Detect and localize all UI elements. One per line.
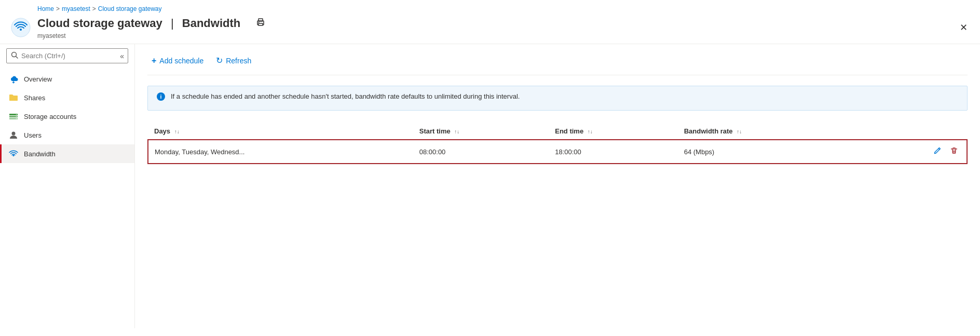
header-actions: ✕ <box>958 20 970 35</box>
title-divider: | <box>168 17 177 30</box>
col-days[interactable]: Days ↑↓ <box>148 123 413 140</box>
sidebar-collapse-button[interactable]: « <box>116 51 128 61</box>
row-actions <box>865 145 961 158</box>
cell-end-time: 18:00:00 <box>549 140 677 164</box>
table-header: Days ↑↓ Start time ↑↓ End time ↑↓ Bandwi… <box>148 123 967 140</box>
storage-icon <box>8 111 19 122</box>
wifi-icon <box>8 149 19 159</box>
breadcrumb-resource[interactable]: myasetest <box>62 5 90 12</box>
breadcrumb-home[interactable]: Home <box>37 5 54 12</box>
refresh-button[interactable]: ↻ Refresh <box>212 52 255 69</box>
breadcrumb-sep1: > <box>56 5 60 12</box>
sidebar-item-users-label: Users <box>24 131 42 139</box>
add-schedule-button[interactable]: + Add schedule <box>147 53 208 69</box>
cloud-icon <box>8 74 19 84</box>
breadcrumb-page[interactable]: Cloud storage gateway <box>98 5 162 12</box>
svg-point-10 <box>16 114 17 115</box>
sidebar-item-users[interactable]: Users <box>0 126 134 144</box>
svg-point-13 <box>12 132 16 136</box>
svg-point-4 <box>258 22 260 23</box>
col-start-time[interactable]: Start time ↑↓ <box>413 123 549 140</box>
close-button[interactable]: ✕ <box>958 20 970 35</box>
sort-icon-start-time: ↑↓ <box>454 129 459 135</box>
sort-icon-days: ↑↓ <box>174 129 180 135</box>
cell-days: Monday, Tuesday, Wednesd... <box>148 140 413 164</box>
sidebar: « Overview Shares <box>0 44 135 328</box>
refresh-icon: ↻ <box>216 56 223 65</box>
svg-line-6 <box>16 57 18 59</box>
svg-point-11 <box>16 116 17 117</box>
svg-rect-3 <box>258 23 263 25</box>
edit-icon <box>933 147 942 156</box>
sidebar-item-bandwidth[interactable]: Bandwidth <box>0 144 134 163</box>
folder-icon <box>8 92 19 103</box>
resource-subtitle: myasetest <box>37 32 267 39</box>
sidebar-item-shares-label: Shares <box>24 94 45 102</box>
app-logo-icon <box>10 17 31 38</box>
content-area: + Add schedule ↻ Refresh i If a schedule… <box>135 44 980 328</box>
table-body: Monday, Tuesday, Wednesd... 08:00:00 18:… <box>148 140 967 164</box>
col-end-time[interactable]: End time ↑↓ <box>549 123 677 140</box>
add-schedule-label: Add schedule <box>159 57 203 65</box>
sidebar-item-overview[interactable]: Overview <box>0 70 134 88</box>
person-icon <box>8 130 19 140</box>
sidebar-item-shares[interactable]: Shares <box>0 88 134 107</box>
info-banner-text: If a schedule has ended and another sche… <box>171 92 520 100</box>
add-icon: + <box>152 56 156 65</box>
page-header: Home > myasetest > Cloud storage gateway… <box>0 0 980 44</box>
sort-icon-end-time: ↑↓ <box>588 129 593 135</box>
delete-button[interactable] <box>948 145 960 158</box>
svg-rect-2 <box>258 19 263 21</box>
search-icon <box>11 51 18 60</box>
sidebar-item-overview-label: Overview <box>24 75 52 83</box>
logo-area: Cloud storage gateway | Bandwidth myaset… <box>10 16 267 39</box>
breadcrumb: Home > myasetest > Cloud storage gateway <box>37 5 161 12</box>
breadcrumb-sep2: > <box>92 5 96 12</box>
search-input[interactable] <box>21 52 124 60</box>
edit-button[interactable] <box>931 145 944 158</box>
page-title: Cloud storage gateway | Bandwidth <box>37 16 267 31</box>
sort-icon-bandwidth-rate: ↑↓ <box>737 129 742 135</box>
title-area: Cloud storage gateway | Bandwidth myaset… <box>37 16 267 39</box>
search-bar-container: « <box>6 48 128 63</box>
col-actions <box>859 123 968 140</box>
sidebar-item-storage-accounts-label: Storage accounts <box>24 113 76 120</box>
bandwidth-table: Days ↑↓ Start time ↑↓ End time ↑↓ Bandwi… <box>147 123 968 164</box>
cell-row-actions <box>859 140 968 164</box>
table-row: Monday, Tuesday, Wednesd... 08:00:00 18:… <box>148 140 967 164</box>
sidebar-item-bandwidth-label: Bandwidth <box>24 150 56 158</box>
main-layout: « Overview Shares <box>0 44 980 328</box>
cell-start-time: 08:00:00 <box>413 140 549 164</box>
print-button[interactable] <box>254 16 267 31</box>
sidebar-item-storage-accounts[interactable]: Storage accounts <box>0 107 134 126</box>
svg-point-0 <box>11 18 30 37</box>
toolbar: + Add schedule ↻ Refresh <box>147 52 968 75</box>
svg-text:i: i <box>160 93 161 100</box>
col-bandwidth-rate[interactable]: Bandwidth rate ↑↓ <box>678 123 859 140</box>
cell-bandwidth-rate: 64 (Mbps) <box>678 140 859 164</box>
svg-point-12 <box>16 118 17 119</box>
delete-icon <box>950 147 958 156</box>
info-icon: i <box>156 92 166 104</box>
info-banner: i If a schedule has ended and another sc… <box>147 86 968 111</box>
refresh-label: Refresh <box>226 57 251 65</box>
